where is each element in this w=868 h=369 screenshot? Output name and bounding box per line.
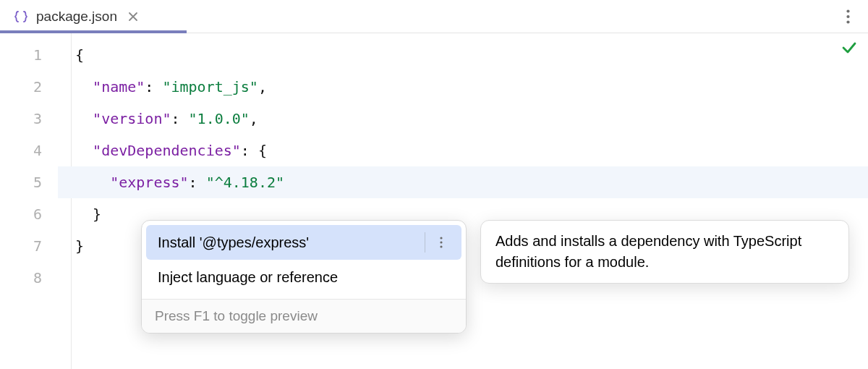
tab-bar: package.json	[0, 0, 868, 33]
svg-point-5	[440, 245, 442, 247]
tab-label: package.json	[36, 9, 117, 25]
line-number: 6	[0, 198, 58, 230]
svg-point-0	[846, 9, 849, 12]
popup-item-divider	[425, 232, 425, 253]
svg-point-2	[846, 20, 849, 23]
line-number-gutter: 1 2 3 4 5 6 7 8	[0, 33, 58, 369]
popup-footer-hint: Press F1 to toggle preview	[142, 300, 466, 333]
tab-package-json[interactable]: package.json	[0, 0, 155, 33]
line-number: 4	[0, 135, 58, 166]
line-number: 7	[0, 230, 58, 262]
code-line[interactable]: "version": "1.0.0",	[58, 103, 868, 135]
code-line[interactable]: {	[58, 39, 868, 71]
close-icon[interactable]	[124, 8, 142, 25]
line-number: 3	[0, 103, 58, 135]
intention-tooltip: Adds and installs a dependency with Type…	[480, 220, 849, 284]
svg-point-1	[846, 14, 849, 17]
line-number: 8	[0, 262, 58, 294]
intention-submenu-icon[interactable]	[433, 234, 450, 251]
intention-actions-popup: Install '@types/express' Inject language…	[141, 220, 467, 334]
code-line[interactable]: "name": "import_js",	[58, 71, 868, 103]
line-number: 1	[0, 39, 58, 71]
line-number: 2	[0, 71, 58, 103]
intention-action-install-types[interactable]: Install '@types/express'	[146, 225, 461, 260]
svg-point-4	[440, 241, 442, 243]
code-line[interactable]: "devDependencies": {	[58, 135, 868, 166]
code-line-current[interactable]: "express": "^4.18.2"	[58, 166, 868, 198]
intention-action-label: Install '@types/express'	[158, 234, 309, 251]
inspection-ok-icon[interactable]	[841, 39, 858, 60]
intention-action-inject-language[interactable]: Inject language or reference	[146, 260, 461, 294]
svg-point-3	[440, 237, 442, 239]
options-kebab-icon[interactable]	[838, 7, 858, 27]
tooltip-text: Adds and installs a dependency with Type…	[495, 233, 801, 270]
json-file-icon	[13, 9, 29, 25]
line-number: 5	[0, 166, 58, 198]
intention-action-label: Inject language or reference	[158, 269, 338, 286]
